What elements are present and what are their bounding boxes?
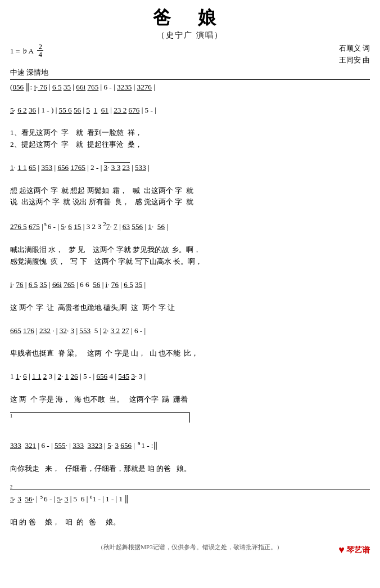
lyricist: 石顺义 词 <box>339 43 370 55</box>
line2-notation: 5· 6 2 36 | 1 - ) | 55 6 56 | 5 1 61 | 2… <box>10 105 370 128</box>
lyrics-line3-v1: 想 起这两个 字 就 想起 两鬓如 霜， 喊 出这两个 字 就 说 出这两个 字… <box>10 185 370 219</box>
footnote: （秋叶起舞根据MP3记谱，仅供参考。错误之处，敬请批评指正。） <box>10 543 370 551</box>
line9-notation: 5· 3 56· | ⁵6 - | 5· 3 | 5 6 | e1 - | 1 … <box>10 492 370 517</box>
lyrics-line5: 这 两个 字 让 高贵者也跪地 磕头,啊 这 两个 字 让 <box>10 302 370 325</box>
lyrics-line9: 咱 的 爸 娘， 咱 的 爸 娘。 <box>10 517 370 540</box>
title-area: 爸 娘 （史宁广 演唱） <box>10 6 370 41</box>
page: 爸 娘 （史宁广 演唱） 1＝♭A 2 4 石顺义 词 王同安 曲 中速 深情地… <box>0 0 380 563</box>
key-signature: 1＝♭A <box>10 47 33 55</box>
meta-row: 1＝♭A 2 4 石顺义 词 王同安 曲 <box>10 43 370 66</box>
notation-content: (056 ‖: i· 76 | 6 5 35 | 66i 765 | 6 - |… <box>10 82 370 105</box>
lyrics-line4-v1: 喊出满眼泪 水， 梦 见 这两个 字就 梦见我的故 乡。啊， 感觉满腹愧 疚， … <box>10 244 370 279</box>
logo-area: ♥ 琴艺谱 <box>338 544 370 556</box>
logo-text: 琴艺谱 <box>346 545 370 555</box>
line8-notation: 1 333 321 | 6 - | 555· | 333 3323 | 5· 3… <box>10 417 370 463</box>
line5-notation: i· 76 | 6 5 35 | 66i 765 | 6 6 56 | i· 7… <box>10 279 370 302</box>
tempo: 中速 深情地 <box>10 68 370 78</box>
subtitle: （史宁广 演唱） <box>10 30 370 41</box>
song-title: 爸 娘 <box>10 6 370 30</box>
line7-notation: 1 1· 6 | 1 1 2 3 | 2· 1 26 | 5 - | 656 4… <box>10 371 370 394</box>
line6-notation: 665 176 | 232 · | 32· 3 | 553 5 | 2· 3 2… <box>10 325 370 348</box>
meta-left: 1＝♭A 2 4 <box>10 43 43 61</box>
lyrics-line2-v1: 1、看见这两个 字 就 看到一脸慈 祥， 2、提起这两个 字 就 提起往事沧 桑… <box>10 127 370 161</box>
music-notation: (056 ‖: i· 76 | 6 5 35 | 66i 765 | 6 - |… <box>10 82 370 551</box>
top-divider <box>10 79 370 80</box>
line4-notation: 276 5 675 |⁵6 - | 5· 6 15 | 3 2 3 27· 7 … <box>10 219 370 244</box>
meta-right: 石顺义 词 王同安 曲 <box>339 43 370 66</box>
line3-notation: 1· 1 1 65 | 353 | 656 1765 | 2 - | 3· 3 … <box>10 162 370 185</box>
lyrics-line8: 向你我走 来， 仔细看，仔细看，那就是 咱 的爸 娘。 <box>10 463 370 486</box>
time-signature: 2 4 <box>37 49 43 59</box>
lyrics-line6: 卑贱者也挺直 脊 梁。 这两 个 字是 山， 山 也不能 比， <box>10 348 370 371</box>
logo-heart-icon: ♥ <box>338 544 345 556</box>
composer: 王同安 曲 <box>339 55 370 66</box>
